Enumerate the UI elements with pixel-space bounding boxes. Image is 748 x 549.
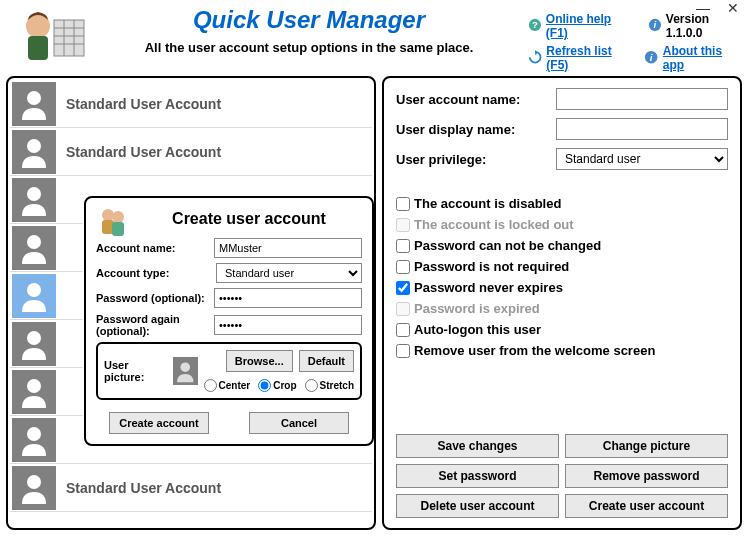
online-help-link[interactable]: Online help (F1): [546, 12, 625, 40]
checkbox-neverexp[interactable]: Password never expires: [396, 280, 728, 295]
radio-stretch[interactable]: Stretch: [305, 379, 354, 392]
close-button[interactable]: ✕: [718, 0, 748, 20]
label-user-display-name: User display name:: [396, 122, 556, 137]
svg-point-18: [27, 283, 41, 297]
checkbox-remwelcome[interactable]: Remove user from the welcome screen: [396, 343, 728, 358]
svg-text:?: ?: [532, 19, 538, 30]
user-list-item[interactable]: Standard User Account: [10, 464, 372, 512]
help-icon: ?: [528, 18, 542, 34]
avatar-icon: [12, 370, 56, 414]
user-list-item[interactable]: Standard User Account: [10, 128, 372, 176]
avatar-icon: [12, 274, 56, 318]
app-title: Quick User Manager: [90, 6, 528, 34]
checkbox-disabled[interactable]: The account is disabled: [396, 196, 728, 211]
about-link[interactable]: About this app: [663, 44, 738, 72]
minimize-button[interactable]: —: [688, 0, 718, 20]
avatar-icon: [12, 130, 56, 174]
user-privilege-select[interactable]: Standard user: [556, 148, 728, 170]
create-account-button[interactable]: Create account: [109, 412, 209, 434]
label-account-name: Account name:: [96, 242, 214, 254]
label-user-account-name: User account name:: [396, 92, 556, 107]
user-account-name-field[interactable]: [556, 88, 728, 110]
app-subtitle: All the user account setup options in th…: [90, 40, 528, 55]
change-picture-button[interactable]: Change picture: [565, 434, 728, 458]
user-label: Standard User Account: [66, 144, 221, 160]
delete-user-button[interactable]: Delete user account: [396, 494, 559, 518]
create-user-dialog: Create user account Account name: Accoun…: [84, 196, 374, 446]
cancel-button[interactable]: Cancel: [249, 412, 349, 434]
checkbox-notreq[interactable]: Password is not required: [396, 259, 728, 274]
users-icon: [96, 204, 130, 238]
radio-center[interactable]: Center: [204, 379, 251, 392]
svg-point-14: [27, 91, 41, 105]
user-label: Standard User Account: [66, 480, 221, 496]
svg-point-17: [27, 235, 41, 249]
avatar-icon: [12, 226, 56, 270]
create-user-button[interactable]: Create user account: [565, 494, 728, 518]
password-again-field[interactable]: [214, 315, 362, 335]
label-account-type: Account type:: [96, 267, 216, 279]
label-password: Password (optional):: [96, 292, 214, 304]
checkbox-expired: Password is expired: [396, 301, 728, 316]
info-icon: i: [648, 18, 662, 34]
account-name-field[interactable]: [214, 238, 362, 258]
svg-point-15: [27, 139, 41, 153]
avatar-icon: [12, 322, 56, 366]
user-picture-box: User picture: Browse... Default Center C…: [96, 342, 362, 400]
user-detail-panel: User account name: User display name: Us…: [382, 76, 742, 530]
svg-point-23: [102, 209, 114, 221]
refresh-icon: [528, 50, 542, 66]
svg-rect-1: [28, 36, 48, 60]
label-password2: Password again (optional):: [96, 313, 214, 337]
checkbox-locked: The account is locked out: [396, 217, 728, 232]
user-list-item[interactable]: Standard User Account: [10, 80, 372, 128]
avatar-icon: [12, 466, 56, 510]
svg-point-25: [112, 211, 124, 223]
label-user-privilege: User privilege:: [396, 152, 556, 167]
svg-text:i: i: [650, 52, 653, 63]
remove-password-button[interactable]: Remove password: [565, 464, 728, 488]
svg-text:i: i: [654, 19, 657, 30]
svg-point-20: [27, 379, 41, 393]
checkbox-autologon[interactable]: Auto-logon this user: [396, 322, 728, 337]
svg-point-21: [27, 427, 41, 441]
avatar-icon: [12, 418, 56, 462]
set-password-button[interactable]: Set password: [396, 464, 559, 488]
label-user-picture: User picture:: [104, 359, 167, 383]
svg-rect-2: [54, 20, 84, 56]
default-button[interactable]: Default: [299, 350, 354, 372]
svg-point-22: [27, 475, 41, 489]
dialog-title: Create user account: [136, 210, 362, 228]
user-label: Standard User Account: [66, 96, 221, 112]
user-display-name-field[interactable]: [556, 118, 728, 140]
svg-rect-26: [112, 222, 124, 236]
svg-point-19: [27, 331, 41, 345]
checkbox-nochange[interactable]: Password can not be changed: [396, 238, 728, 253]
dialog-avatar-preview: [173, 357, 198, 385]
radio-crop[interactable]: Crop: [258, 379, 296, 392]
avatar-icon: [12, 82, 56, 126]
account-type-select[interactable]: Standard user: [216, 263, 362, 283]
info-icon: i: [644, 50, 658, 66]
browse-button[interactable]: Browse...: [226, 350, 293, 372]
avatar-icon: [12, 178, 56, 222]
svg-point-27: [181, 362, 191, 372]
save-changes-button[interactable]: Save changes: [396, 434, 559, 458]
user-list-panel: Standard User AccountStandard User Accou…: [6, 76, 376, 530]
app-logo: [10, 6, 90, 66]
svg-point-16: [27, 187, 41, 201]
refresh-link[interactable]: Refresh list (F5): [546, 44, 627, 72]
password-field[interactable]: [214, 288, 362, 308]
